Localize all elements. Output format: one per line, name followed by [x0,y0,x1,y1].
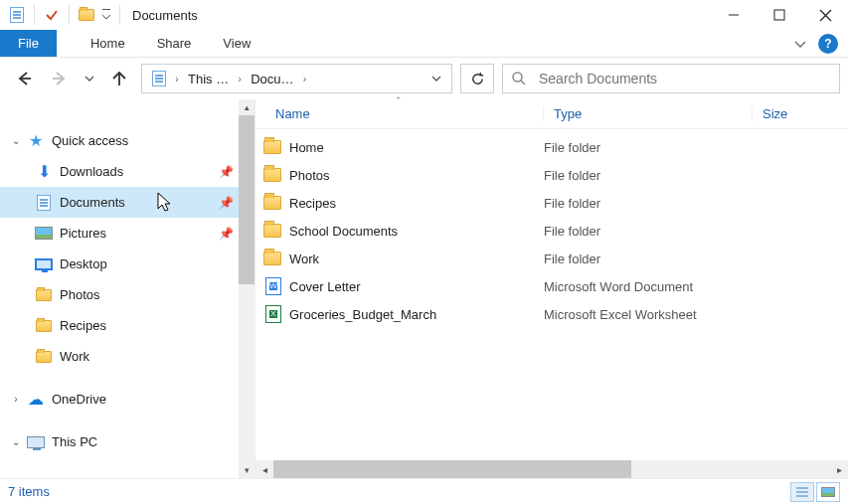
file-name: Work [289,252,544,266]
separator [119,5,120,25]
breadcrumb-documents[interactable]: Docu… [245,65,299,92]
word-icon: W [265,277,281,295]
file-row[interactable]: PhotosFile folder [255,161,848,189]
file-row[interactable]: XGroceries_Budget_MarchMicrosoft Excel W… [255,300,848,328]
chevron-down-icon[interactable]: ⌄ [6,436,26,447]
tree-label: Downloads [60,164,219,179]
file-row[interactable]: HomeFile folder [255,133,848,161]
title-bar: Documents [0,0,848,30]
content-pane: ⌃ Name Type Size HomeFile folderPhotosFi… [254,99,848,478]
separator [69,5,70,25]
address-dropdown-icon[interactable] [425,74,447,84]
ribbon-expand-icon[interactable] [786,30,814,57]
excel-icon: X [265,305,281,323]
star-icon: ★ [26,131,46,151]
search-box[interactable] [502,64,840,93]
tab-file[interactable]: File [0,30,57,57]
file-type: Microsoft Word Document [544,279,753,294]
scroll-right-icon[interactable]: ▸ [830,464,848,475]
folder-icon [34,316,54,336]
pc-icon [26,432,46,452]
scroll-down-icon[interactable]: ▾ [239,462,254,478]
window-title: Documents [132,8,198,23]
chevron-right-icon[interactable]: › [6,394,26,405]
file-name: Recipes [289,196,544,211]
recent-dropdown-icon[interactable] [82,64,97,93]
folder-icon [263,140,281,154]
scroll-left-icon[interactable]: ◂ [255,464,273,475]
file-type: File folder [544,196,753,211]
file-row[interactable]: RecipesFile folder [255,189,848,217]
view-details-button[interactable] [790,482,814,502]
chevron-right-icon[interactable]: › [235,74,245,84]
close-button[interactable] [802,0,848,30]
tree-recipes[interactable]: Recipes [0,310,254,341]
column-name[interactable]: Name [255,106,544,121]
breadcrumb-this-pc[interactable]: This … [182,65,235,92]
horizontal-scrollbar[interactable]: ◂ ▸ [255,460,848,478]
forward-button[interactable] [46,64,74,93]
tab-share[interactable]: Share [141,30,208,57]
qat-check-icon[interactable] [41,4,63,26]
chevron-right-icon[interactable]: › [300,74,310,84]
chevron-right-icon[interactable]: › [172,74,182,84]
tree-onedrive[interactable]: › ☁ OneDrive [0,384,254,415]
tree-label: Photos [60,287,235,302]
minimize-button[interactable] [711,0,757,30]
scroll-up-icon[interactable]: ▴ [239,99,254,115]
help-button[interactable]: ? [818,34,838,54]
qat-dropdown-icon[interactable] [99,4,113,26]
tree-this-pc[interactable]: ⌄ This PC [0,426,254,457]
tab-view[interactable]: View [207,30,266,57]
separator [34,5,35,25]
tree-pictures[interactable]: Pictures 📌 [0,218,254,249]
ribbon-tabs: File Home Share View ? [0,30,848,58]
file-row[interactable]: WCover LetterMicrosoft Word Document [255,272,848,300]
tree-label: Documents [60,195,219,210]
file-name: Photos [289,168,544,183]
chevron-down-icon[interactable]: ⌄ [6,135,26,146]
file-type: File folder [544,224,753,239]
file-row[interactable]: School DocumentsFile folder [255,217,848,245]
scroll-thumb[interactable] [273,460,631,478]
tree-quick-access[interactable]: ⌄ ★ Quick access [0,125,254,156]
file-name: Cover Letter [289,279,544,294]
column-size[interactable]: Size [753,106,848,121]
scroll-thumb[interactable] [239,115,254,284]
column-type[interactable]: Type [544,106,753,121]
search-icon [511,71,527,86]
document-icon [34,193,54,213]
download-icon: ⬇ [34,162,54,182]
refresh-button[interactable] [460,64,494,93]
file-type: File folder [544,140,753,155]
sort-indicator-icon: ⌃ [395,95,403,105]
svg-rect-2 [774,10,784,20]
file-name: Home [289,140,544,155]
maximize-button[interactable] [757,0,802,30]
pictures-icon [34,224,54,244]
tree-documents[interactable]: Documents 📌 [0,187,254,218]
folder-icon [34,285,54,305]
svg-point-8 [513,73,522,82]
tab-home[interactable]: Home [75,30,141,57]
folder-icon [263,224,281,238]
nav-scrollbar[interactable]: ▴ ▾ [239,99,254,478]
qat-folder-icon[interactable] [76,4,97,26]
file-row[interactable]: WorkFile folder [255,245,848,272]
folder-icon [263,252,281,265]
tree-desktop[interactable]: Desktop [0,249,254,279]
tree-downloads[interactable]: ⬇ Downloads 📌 [0,156,254,187]
qat-properties-icon[interactable] [6,4,28,26]
view-thumbnails-button[interactable] [816,482,840,502]
up-button[interactable] [105,64,133,93]
svg-line-9 [521,81,525,84]
quick-access-toolbar [6,4,124,26]
tree-work[interactable]: Work [0,341,254,372]
address-bar[interactable]: › This … › Docu… › [141,64,452,93]
tree-photos[interactable]: Photos [0,279,254,310]
back-button[interactable] [10,64,38,93]
search-input[interactable] [537,70,831,87]
breadcrumb-root-icon[interactable] [146,65,172,92]
svg-rect-0 [102,9,110,10]
tree-label: OneDrive [52,392,235,407]
